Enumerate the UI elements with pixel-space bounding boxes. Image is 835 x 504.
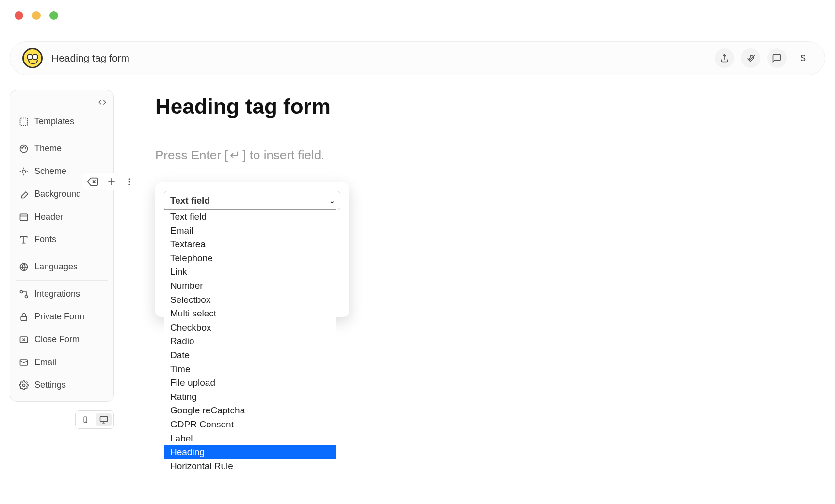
page-title: Heading tag form [51,52,706,64]
sidebar-item-label: Fonts [34,235,56,245]
sidebar-item-label: Header [34,212,63,222]
field-type-option[interactable]: Number [164,279,336,293]
sidebar-item-close-form[interactable]: Close Form [10,328,113,351]
sidebar-item-header[interactable]: Header [10,205,113,228]
svg-point-18 [25,295,28,298]
sidebar-item-label: Private Form [34,312,84,322]
sidebar-item-fonts[interactable]: Fonts [10,228,113,251]
field-type-option[interactable]: GDPR Consent [164,418,336,432]
sidebar-item-label: Scheme [34,166,66,176]
avatar[interactable]: S [793,48,813,68]
sidebar-item-label: Close Form [34,334,80,345]
field-type-option[interactable]: Horizontal Rule [164,459,336,473]
sidebar-wrap: Templates Theme Scheme Background Header [10,90,114,429]
insert-hint-prefix: Press Enter [ [155,148,228,162]
publish-button[interactable] [741,48,760,68]
sidebar-item-templates[interactable]: Templates [10,110,113,133]
sidebar-item-theme[interactable]: Theme [10,137,113,160]
field-type-option[interactable]: Email [164,224,336,238]
sidebar-item-label: Email [34,357,56,367]
palette-icon [19,144,29,154]
traffic-light-minimize[interactable] [32,11,41,20]
add-button[interactable] [107,177,116,187]
integrations-icon [19,289,29,299]
field-type-option[interactable]: Textarea [164,237,336,252]
sidebar-item-label: Theme [34,143,62,154]
insert-hint[interactable]: Press Enter [↵] to insert field. [155,148,825,163]
field-type-panel: Text field ⌄ Text fieldEmailTextareaTele… [155,182,349,317]
upload-icon [720,53,729,63]
type-icon [19,235,29,245]
top-bar: Heading tag form S [10,41,825,75]
traffic-light-zoom[interactable] [49,11,58,20]
field-type-option[interactable]: Checkbox [164,321,336,335]
gear-icon [19,380,29,390]
close-form-icon [19,335,29,345]
lock-icon [19,312,29,322]
sidebar-item-label: Templates [34,116,74,126]
top-actions: S [715,48,813,68]
field-type-selected: Text field [170,195,210,205]
rocket-icon [746,53,755,63]
mobile-icon [82,415,89,425]
field-type-option[interactable]: Date [164,348,336,362]
field-type-option[interactable]: Selectbox [164,293,336,307]
share-button[interactable] [715,48,734,68]
plus-icon [107,177,116,187]
sidebar: Templates Theme Scheme Background Header [10,90,114,402]
window-chrome [0,0,835,32]
sidebar-item-integrations[interactable]: Integrations [10,283,113,305]
delete-button[interactable] [87,176,98,187]
svg-point-4 [23,146,24,147]
app-logo [22,48,43,68]
code-icon [98,98,107,107]
field-type-option[interactable]: Link [164,265,336,279]
field-type-select[interactable]: Text field ⌄ [164,191,340,210]
sidebar-item-settings[interactable]: Settings [10,374,113,396]
field-type-option[interactable]: Text field [164,210,336,224]
form-canvas: Heading tag form Press Enter [↵] to inse… [128,90,825,317]
field-type-option[interactable]: Telephone [164,252,336,266]
globe-icon [19,262,29,272]
traffic-light-close[interactable] [15,11,23,20]
field-type-options-list[interactable]: Text fieldEmailTextareaTelephoneLinkNumb… [164,209,336,473]
comment-icon [772,53,782,63]
device-mobile-button[interactable] [78,413,93,426]
form-title[interactable]: Heading tag form [155,94,825,119]
device-desktop-button[interactable] [96,413,112,426]
svg-point-6 [22,170,26,173]
enter-key-icon: ↵ [228,148,242,163]
svg-point-17 [20,290,23,293]
field-type-option[interactable]: File upload [164,376,336,390]
desktop-icon [99,415,109,424]
svg-point-5 [25,147,26,148]
sidebar-item-label: Settings [34,380,66,390]
field-type-option[interactable]: Time [164,362,336,377]
field-type-option[interactable]: Rating [164,390,336,404]
device-preview-toggle [75,410,114,429]
svg-rect-1 [20,118,28,125]
sidebar-item-label: Background [34,189,81,199]
backspace-icon [87,176,98,187]
field-type-option[interactable]: Multi select [164,307,336,321]
svg-point-3 [22,147,23,148]
field-type-option[interactable]: Google reCaptcha [164,404,336,418]
templates-icon [19,117,29,126]
svg-rect-11 [20,214,28,220]
field-type-option[interactable]: Heading [164,445,336,459]
sidebar-item-label: Languages [34,262,78,272]
svg-rect-27 [100,416,108,422]
insert-hint-suffix: ] to insert field. [242,148,324,162]
chevron-down-icon: ⌄ [329,197,335,205]
svg-point-24 [23,384,25,386]
comments-button[interactable] [767,48,787,68]
sidebar-item-languages[interactable]: Languages [10,255,113,278]
code-toggle[interactable] [10,95,113,110]
sidebar-item-private-form[interactable]: Private Form [10,305,113,328]
sidebar-item-email[interactable]: Email [10,351,113,374]
header-icon [19,212,29,222]
field-type-option[interactable]: Label [164,432,336,446]
field-type-option[interactable]: Radio [164,334,336,348]
sidebar-item-label: Integrations [34,289,80,299]
svg-rect-19 [21,316,27,320]
